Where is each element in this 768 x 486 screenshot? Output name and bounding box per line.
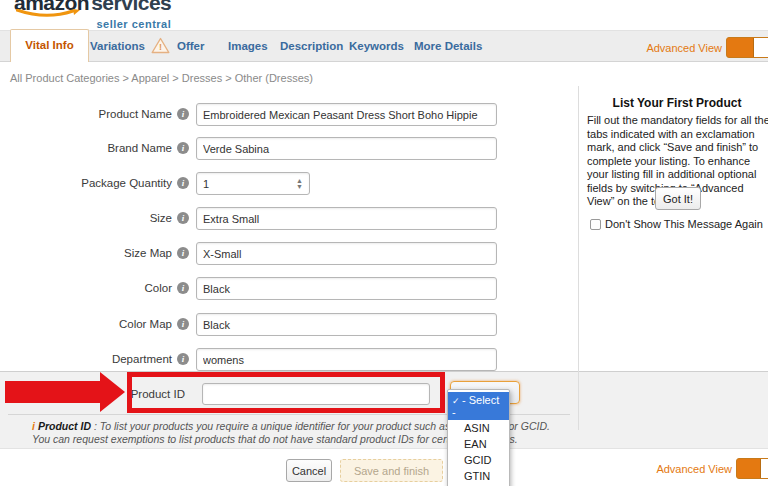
- brand-name-input[interactable]: [196, 137, 497, 160]
- dropdown-option-asin[interactable]: ASIN: [448, 420, 509, 436]
- tab-description[interactable]: Description: [280, 40, 343, 52]
- dont-show-again-label: Don't Show This Message Again: [605, 218, 763, 230]
- form-row-size: Size i: [0, 207, 578, 231]
- advanced-view-label-top: Advanced View: [646, 42, 722, 54]
- size-map-input[interactable]: [196, 242, 497, 265]
- tab-offer[interactable]: Offer: [177, 40, 204, 52]
- size-label: Size: [0, 212, 172, 224]
- info-icon[interactable]: i: [177, 318, 189, 330]
- info-icon[interactable]: i: [177, 108, 189, 120]
- color-map-label: Color Map: [0, 318, 172, 330]
- svg-text:!: !: [159, 42, 162, 52]
- product-id-label: Product ID: [0, 388, 185, 400]
- color-input[interactable]: [196, 277, 497, 300]
- department-label: Department: [0, 353, 172, 365]
- advanced-view-label-bottom: Advanced View: [656, 463, 732, 475]
- dropdown-option-gcid[interactable]: GCID: [448, 452, 509, 468]
- toggle-knob: [753, 38, 768, 57]
- color-label: Color: [0, 282, 172, 294]
- got-it-button[interactable]: Got It!: [655, 187, 701, 210]
- tab-more-details[interactable]: More Details: [414, 40, 482, 52]
- package-quantity-label: Package Quantity: [0, 177, 172, 189]
- info-icon[interactable]: i: [177, 353, 189, 365]
- form-row-product-name: Product Name i: [0, 103, 578, 127]
- color-map-input[interactable]: [196, 313, 497, 336]
- amazon-services-logo[interactable]: amazonservices seller central: [14, 0, 171, 30]
- advanced-view-toggle-bottom[interactable]: [736, 458, 768, 479]
- form-row-brand-name: Brand Name i: [0, 137, 578, 161]
- department-input[interactable]: [196, 348, 497, 371]
- dont-show-again-row: Don't Show This Message Again: [590, 218, 763, 230]
- form-row-color-map: Color Map i: [0, 313, 578, 337]
- dropdown-option-gtin[interactable]: GTIN: [448, 468, 509, 484]
- dont-show-again-checkbox[interactable]: [590, 219, 601, 230]
- sidebar-divider: [578, 86, 579, 430]
- info-icon[interactable]: i: [177, 247, 189, 259]
- product-name-label: Product Name: [0, 108, 172, 120]
- toggle-knob: [760, 459, 768, 478]
- tab-vital-info[interactable]: Vital Info: [10, 29, 89, 62]
- check-icon: ✓: [452, 396, 462, 406]
- amazon-smile-icon: [16, 9, 82, 19]
- note-label: Product ID: [38, 420, 91, 432]
- product-id-input[interactable]: [202, 383, 430, 405]
- tab-images[interactable]: Images: [228, 40, 268, 52]
- dropdown-option-ean[interactable]: EAN: [448, 436, 509, 452]
- brand-name-label: Brand Name: [0, 142, 172, 154]
- quantity-stepper[interactable]: ▲▼: [293, 176, 306, 191]
- info-icon[interactable]: i: [177, 212, 189, 224]
- seller-central-add-product-page: amazonservices seller central Vital Info…: [0, 0, 768, 486]
- advanced-view-toggle-top[interactable]: [726, 37, 768, 58]
- form-row-color: Color i: [0, 277, 578, 301]
- size-map-label: Size Map: [0, 247, 172, 259]
- tab-variations[interactable]: Variations: [90, 40, 145, 52]
- product-name-input[interactable]: [196, 103, 497, 126]
- info-icon[interactable]: i: [177, 142, 189, 154]
- info-icon[interactable]: i: [177, 177, 189, 189]
- sidebar-title: List Your First Product: [586, 96, 768, 110]
- size-input[interactable]: [196, 207, 497, 230]
- cancel-button[interactable]: Cancel: [286, 459, 332, 482]
- warning-icon: !: [151, 37, 170, 54]
- note-info-marker: i: [32, 420, 35, 432]
- breadcrumb[interactable]: All Product Categories > Apparel > Dress…: [10, 72, 313, 84]
- dropdown-option-select[interactable]: ✓- Select -: [448, 392, 509, 420]
- product-id-type-dropdown: ✓- Select - ASIN EAN GCID GTIN UPC: [447, 389, 510, 486]
- form-row-package-quantity: Package Quantity i ▲▼: [0, 172, 578, 196]
- info-icon[interactable]: i: [177, 282, 189, 294]
- form-row-department: Department i: [0, 348, 578, 372]
- save-and-finish-button[interactable]: Save and finish: [340, 459, 443, 482]
- form-row-size-map: Size Map i: [0, 242, 578, 266]
- tab-keywords[interactable]: Keywords: [349, 40, 404, 52]
